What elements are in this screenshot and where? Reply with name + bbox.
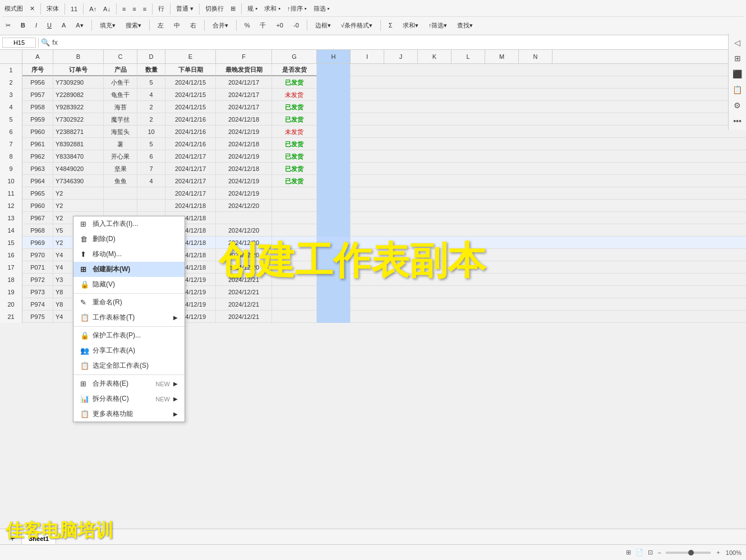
- context-menu-item[interactable]: 👥 分享工作表(A): [73, 343, 185, 358]
- context-menu-item[interactable]: ✎ 重命名(R): [73, 295, 185, 310]
- cell-F[interactable]: 2024/12/19: [216, 187, 272, 200]
- cell-H[interactable]: [317, 138, 351, 150]
- cell-G[interactable]: [272, 200, 317, 212]
- cell-C[interactable]: 开心果: [104, 150, 137, 163]
- cell-F[interactable]: 2024/12/21: [216, 274, 272, 286]
- font-color-btn[interactable]: A: [58, 21, 69, 30]
- increase-decimal-btn[interactable]: +0: [273, 21, 287, 30]
- cell-C[interactable]: 坚果: [104, 163, 137, 175]
- col-header-A[interactable]: A: [22, 50, 53, 63]
- cell-A[interactable]: P961: [22, 138, 53, 150]
- close-btn[interactable]: ✕: [27, 5, 37, 12]
- cell-G[interactable]: 未发货: [272, 126, 317, 138]
- cell-D[interactable]: [137, 200, 165, 212]
- col-header-J[interactable]: J: [384, 50, 418, 63]
- formula-input[interactable]: [60, 39, 744, 47]
- percent-btn[interactable]: %: [241, 21, 254, 30]
- cell-H[interactable]: [317, 113, 351, 126]
- cell-E[interactable]: 2024/12/17: [165, 175, 216, 187]
- cell-F[interactable]: 2024/12/20: [216, 237, 272, 249]
- cell-G[interactable]: [272, 261, 317, 274]
- context-menu-item[interactable]: 🗑 删除(D): [73, 232, 185, 247]
- cell-C[interactable]: 小鱼干: [104, 76, 137, 89]
- align-center-btn[interactable]: 中: [171, 20, 183, 31]
- cell-E[interactable]: 2024/12/15: [165, 101, 216, 113]
- cell-D[interactable]: 4: [137, 89, 165, 101]
- cell-F[interactable]: [216, 212, 272, 224]
- cell-A[interactable]: P960: [22, 126, 53, 138]
- cell-C[interactable]: 龟鱼干: [104, 89, 137, 101]
- cell-A[interactable]: P975: [22, 311, 53, 323]
- mode-label[interactable]: 模式图: [2, 4, 25, 13]
- cell-F[interactable]: 2024/12/17: [216, 101, 272, 113]
- header-G[interactable]: 是否发货: [272, 64, 317, 76]
- header-A[interactable]: 序号: [22, 64, 53, 76]
- cell-D[interactable]: 10: [137, 126, 165, 138]
- cell-H[interactable]: [317, 286, 351, 298]
- sidebar-expand-icon[interactable]: ◁: [731, 36, 744, 49]
- fill-color-btn[interactable]: 填充▾: [96, 20, 119, 31]
- cell-A[interactable]: P968: [22, 224, 53, 237]
- format-btn[interactable]: 规 •: [245, 4, 260, 13]
- cell-H[interactable]: [317, 298, 351, 311]
- header-C[interactable]: 产品: [104, 64, 137, 76]
- cell-A[interactable]: P959: [22, 113, 53, 126]
- cell-F[interactable]: 2024/12/18: [216, 113, 272, 126]
- cell-F[interactable]: 2024/12/19: [216, 175, 272, 187]
- underline-btn[interactable]: U: [44, 21, 55, 30]
- cell-B[interactable]: Y2289082: [53, 89, 104, 101]
- header-E[interactable]: 下单日期: [165, 64, 216, 76]
- cell-D[interactable]: 2: [137, 113, 165, 126]
- view-split-icon[interactable]: ⊡: [648, 549, 653, 556]
- header-B[interactable]: 订单号: [53, 64, 104, 76]
- col-header-M[interactable]: M: [485, 50, 519, 63]
- cell-A[interactable]: P970: [22, 249, 53, 261]
- sidebar-menu3-icon[interactable]: 📋: [731, 83, 744, 96]
- cell-F[interactable]: 2024/12/20: [216, 200, 272, 212]
- cell-G[interactable]: 未发货: [272, 89, 317, 101]
- col-header-E[interactable]: E: [165, 50, 216, 63]
- cell-H[interactable]: [317, 200, 351, 212]
- cell-F[interactable]: 2024/12/21: [216, 311, 272, 323]
- cell-E[interactable]: 2024/12/16: [165, 113, 216, 126]
- cell-D[interactable]: 2: [137, 101, 165, 113]
- cell-E[interactable]: 2024/12/15: [165, 76, 216, 89]
- align-left[interactable]: ≡: [120, 6, 128, 12]
- rows-btn[interactable]: 切换行: [203, 4, 226, 13]
- align-right-btn[interactable]: 右: [187, 20, 200, 31]
- grid-btn[interactable]: ⊞: [228, 5, 238, 12]
- cell-D[interactable]: 4: [137, 175, 165, 187]
- cell-F[interactable]: 2024/12/21: [216, 286, 272, 298]
- context-menu-item[interactable]: ⊞ 合并表格(E) NEW ▶: [73, 376, 185, 391]
- font-name[interactable]: 宋体: [44, 4, 61, 13]
- cell-H[interactable]: [317, 311, 351, 323]
- cell-G[interactable]: [272, 274, 317, 286]
- zoom-out-btn[interactable]: −: [657, 549, 661, 556]
- cell-H[interactable]: [317, 261, 351, 274]
- sum-dropdown-btn[interactable]: 求和▾: [399, 20, 422, 31]
- cell-H[interactable]: [317, 249, 351, 261]
- italic-btn[interactable]: I: [32, 21, 40, 30]
- sidebar-menu5-icon[interactable]: •••: [731, 114, 744, 128]
- decrease-decimal-btn[interactable]: -0: [290, 21, 302, 30]
- cell-G[interactable]: [272, 224, 317, 237]
- col-header-H[interactable]: H: [317, 50, 351, 63]
- cell-G[interactable]: [272, 187, 317, 200]
- cell-F[interactable]: 2024/12/20: [216, 261, 272, 274]
- cell-A[interactable]: P071: [22, 261, 53, 274]
- bold-btn[interactable]: B: [17, 21, 29, 30]
- col-header-C[interactable]: C: [104, 50, 137, 63]
- highlight-btn[interactable]: A▾: [72, 21, 86, 30]
- view-normal-icon[interactable]: ⊞: [626, 549, 631, 556]
- sidebar-menu1-icon[interactable]: ⊞: [731, 52, 744, 65]
- cell-H[interactable]: [317, 274, 351, 286]
- conditional-format-btn[interactable]: √条件格式▾: [338, 20, 376, 31]
- thousand-btn[interactable]: 千: [256, 20, 269, 31]
- cell-H[interactable]: [317, 224, 351, 237]
- cell-H[interactable]: [317, 187, 351, 200]
- cell-H[interactable]: [317, 89, 351, 101]
- cell-F[interactable]: 2024/12/17: [216, 89, 272, 101]
- cell-F[interactable]: 2024/12/21: [216, 298, 272, 311]
- context-menu-item[interactable]: ⊞ 创建副本(W): [73, 262, 185, 277]
- cell-A[interactable]: P965: [22, 187, 53, 200]
